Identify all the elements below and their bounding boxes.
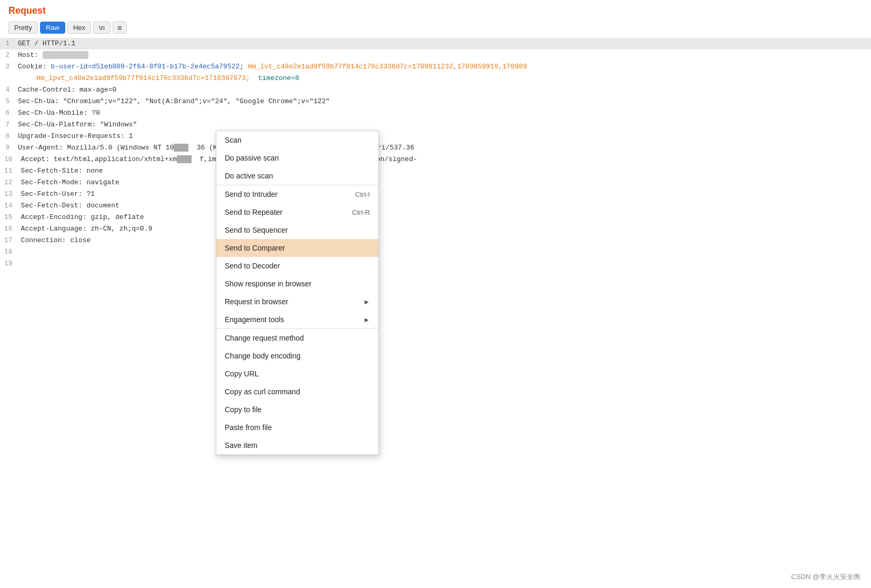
code-line-3: 3 Cookie: b-user-id=d51eb809-2f64-8f01-b… [0, 61, 871, 73]
request-panel: Request Pretty Raw Hex \n ≡ 1 GET / HTTP… [0, 0, 871, 588]
menu-item-send-sequencer[interactable]: Send to Sequencer [216, 221, 378, 239]
menu-item-engagement-tools[interactable]: Engagement tools ► [216, 311, 378, 328]
raw-button[interactable]: Raw [40, 22, 65, 34]
menu-item-send-repeater[interactable]: Send to Repeater Ctrl-R [216, 203, 378, 221]
menu-group-copy: Change request method Change body encodi… [216, 329, 378, 455]
code-line-16: 16 Accept-Language: zh-CN, zh;q=0.9 [0, 223, 871, 235]
code-line-6: 6 Sec-Ch-Ua-Mobile: ?0 [0, 107, 871, 119]
menu-item-scan[interactable]: Scan [216, 131, 378, 149]
code-area: 1 GET / HTTP/1.1 2 Host: 3 Cookie: b-use… [0, 38, 871, 270]
menu-item-copy-to-file[interactable]: Copy to file [216, 401, 378, 418]
watermark: CSDN @李火火安全阁 [791, 572, 860, 582]
menu-item-show-response[interactable]: Show response in browser [216, 275, 378, 293]
menu-item-copy-url[interactable]: Copy URL [216, 365, 378, 383]
code-line-5: 5 Sec-Ch-Ua: "Chromium";v="122", "Not(A:… [0, 96, 871, 107]
hex-button[interactable]: Hex [67, 22, 91, 34]
code-line-10: 10 Accept: text/html,application/xhtml+x… [0, 154, 871, 165]
code-line-9: 9 User-Agent: Mozilla/5.0 (Windows NT 10… [0, 142, 871, 154]
menu-group-scan: Scan Do passive scan Do active scan [216, 131, 378, 185]
menu-button[interactable]: ≡ [113, 22, 127, 34]
code-line-11: 11 Sec-Fetch-Site: none [0, 165, 871, 177]
code-line-12: 12 Sec-Fetch-Mode: navigate [0, 177, 871, 188]
menu-item-send-decoder[interactable]: Send to Decoder [216, 257, 378, 275]
menu-item-send-comparer[interactable]: Send to Comparer [216, 239, 378, 257]
code-line-19: 19 [0, 258, 871, 270]
menu-item-change-method[interactable]: Change request method [216, 329, 378, 347]
code-line-2: 2 Host: [0, 49, 871, 61]
code-line-1: 1 GET / HTTP/1.1 [0, 38, 871, 49]
toolbar: Pretty Raw Hex \n ≡ [0, 19, 871, 38]
panel-title: Request [0, 0, 871, 19]
code-line-7: 7 Sec-Ch-Ua-Platform: "Windows" [0, 119, 871, 131]
menu-item-change-encoding[interactable]: Change body encoding [216, 347, 378, 365]
code-line-8: 8 Upgrade-Insecure-Requests: 1 [0, 131, 871, 142]
code-line-14: 14 Sec-Fetch-Dest: document [0, 200, 871, 212]
newline-button[interactable]: \n [93, 22, 111, 34]
menu-item-send-intruder[interactable]: Send to Intruder Ctrl-I [216, 185, 378, 203]
code-line-18: 18 [0, 246, 871, 258]
menu-item-do-passive-scan[interactable]: Do passive scan [216, 149, 378, 167]
menu-item-paste-from-file[interactable]: Paste from file [216, 418, 378, 436]
menu-item-do-active-scan[interactable]: Do active scan [216, 167, 378, 185]
menu-item-copy-curl[interactable]: Copy as curl command [216, 383, 378, 401]
code-line-3-cont: Hm_lpvt_c48e2e1ad9f59b77f014c176c3336d7c… [0, 73, 871, 84]
code-line-17: 17 Connection: close [0, 235, 871, 246]
menu-group-send: Send to Intruder Ctrl-I Send to Repeater… [216, 185, 378, 329]
context-menu: Scan Do passive scan Do active scan Send… [216, 131, 379, 455]
code-line-13: 13 Sec-Fetch-User: ?1 [0, 188, 871, 200]
code-line-4: 4 Cache-Control: max-age=0 [0, 84, 871, 96]
menu-item-save-item[interactable]: Save item [216, 436, 378, 454]
menu-item-request-in-browser[interactable]: Request in browser ► [216, 293, 378, 311]
pretty-button[interactable]: Pretty [8, 22, 38, 34]
code-line-15: 15 Accept-Encoding: gzip, deflate [0, 212, 871, 223]
